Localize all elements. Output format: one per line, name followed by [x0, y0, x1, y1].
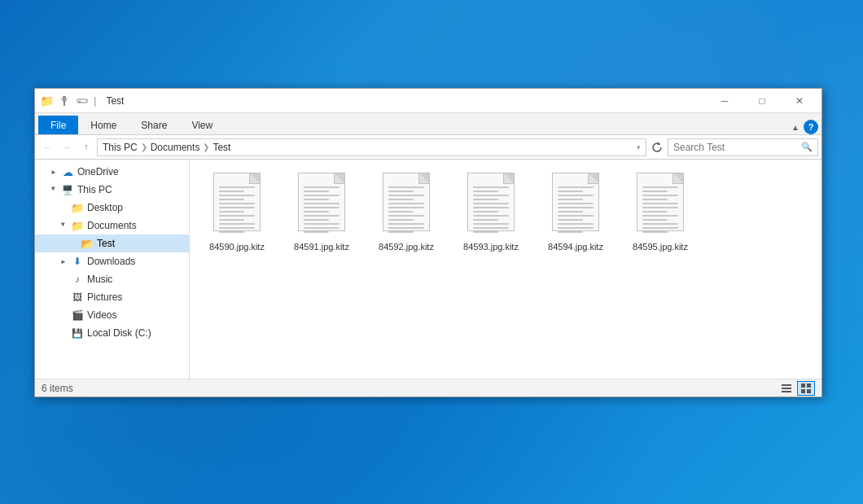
pc-icon: 🖥️	[61, 183, 74, 196]
sidebar-item-test[interactable]: 📂 Test	[35, 234, 189, 252]
file-name-84591: 84591.jpg.kitz	[294, 241, 349, 252]
file-icon-84591	[294, 173, 349, 238]
hdd-icon: 💾	[71, 327, 84, 340]
svg-rect-6	[782, 388, 791, 389]
svg-rect-7	[782, 391, 791, 392]
file-name-84592: 84592.jpg.kitz	[379, 241, 434, 252]
svg-rect-2	[61, 99, 68, 100]
pictures-icon: 🖼	[71, 291, 84, 304]
up-button[interactable]: ↑	[77, 138, 95, 156]
tab-home[interactable]: Home	[78, 116, 129, 134]
folder-icon-test: 📂	[81, 237, 94, 250]
video-icon: 🎬	[71, 309, 84, 322]
window-controls: ─ □ ✕	[706, 89, 818, 113]
path-this-pc[interactable]: This PC	[103, 142, 138, 153]
sidebar-label-desktop: Desktop	[87, 202, 123, 213]
music-icon: ♪	[71, 273, 84, 286]
ribbon-collapse-button[interactable]: ▲	[789, 121, 802, 134]
ribbon-tabs: File Home Share View ▲ ?	[35, 113, 821, 134]
file-name-84590: 84590.jpg.kitz	[209, 241, 265, 252]
help-button[interactable]: ?	[804, 120, 818, 134]
status-item-count: 6 items	[42, 383, 73, 394]
svg-rect-8	[801, 383, 805, 388]
expand-arrow-documents: ►	[59, 221, 68, 229]
window-title: Test	[106, 95, 706, 107]
address-bar: ← → ↑ This PC ❯ Documents ❯ Test ▾ 🔍	[35, 135, 821, 160]
file-item-84593[interactable]: 84593.jpg.kitz	[450, 166, 532, 256]
expand-arrow-this-pc: ►	[50, 185, 58, 193]
search-input[interactable]	[673, 142, 798, 153]
refresh-button[interactable]	[648, 138, 666, 156]
file-item-84590[interactable]: 84590.jpg.kitz	[196, 166, 278, 256]
file-icon-84594	[548, 173, 603, 238]
svg-rect-3	[77, 99, 87, 103]
path-documents[interactable]: Documents	[151, 142, 200, 153]
view-details-button[interactable]	[778, 381, 795, 396]
back-button[interactable]: ←	[38, 138, 56, 156]
sidebar-label-music: Music	[87, 274, 112, 285]
sidebar-item-downloads[interactable]: ► ⬇ Downloads	[35, 252, 189, 270]
view-tiles-button[interactable]	[797, 381, 815, 396]
title-bar-icons: 📁 |	[38, 93, 98, 109]
sidebar-item-videos[interactable]: 🎬 Videos	[35, 306, 189, 324]
toolbar-icon[interactable]	[74, 93, 90, 109]
file-name-84595: 84595.jpg.kitz	[633, 241, 688, 252]
svg-rect-9	[807, 383, 811, 388]
tab-share[interactable]: Share	[129, 116, 179, 134]
sidebar-item-music[interactable]: ♪ Music	[35, 270, 189, 288]
search-box[interactable]: 🔍	[668, 138, 818, 156]
file-item-84595[interactable]: 84595.jpg.kitz	[620, 166, 701, 256]
file-name-84594: 84594.jpg.kitz	[548, 241, 603, 252]
download-icon: ⬇	[71, 255, 84, 268]
file-item-84594[interactable]: 84594.jpg.kitz	[535, 166, 616, 256]
expand-arrow-downloads: ►	[59, 257, 68, 265]
sidebar-item-local-disk[interactable]: 💾 Local Disk (C:)	[35, 324, 189, 342]
folder-icon-documents: 📁	[71, 219, 84, 232]
main-area: ► ☁ OneDrive ► 🖥️ This PC 📁 Desktop ► 📁 …	[35, 160, 821, 379]
address-path[interactable]: This PC ❯ Documents ❯ Test ▾	[97, 138, 646, 156]
file-icon-84595	[633, 173, 688, 238]
file-icon-84592	[379, 173, 434, 238]
expand-arrow-onedrive: ►	[50, 168, 58, 176]
sidebar-item-documents[interactable]: ► 📁 Documents	[35, 217, 189, 234]
sidebar-label-this-pc: This PC	[77, 184, 112, 195]
sidebar-label-onedrive: OneDrive	[77, 166, 119, 177]
sidebar-item-desktop[interactable]: 📁 Desktop	[35, 199, 189, 217]
tab-view[interactable]: View	[179, 116, 225, 134]
svg-rect-5	[782, 384, 791, 386]
file-explorer-window: 📁 | Test ─ □ ✕	[34, 88, 822, 397]
status-bar: 6 items	[35, 379, 821, 397]
tab-file[interactable]: File	[38, 116, 78, 134]
sidebar-item-this-pc[interactable]: ► 🖥️ This PC	[35, 181, 189, 199]
sidebar-label-downloads: Downloads	[87, 256, 135, 267]
pin-icon[interactable]	[56, 93, 72, 109]
maximize-button[interactable]: □	[743, 89, 781, 113]
file-icon-84590	[209, 173, 265, 238]
file-area: 84590.jpg.kitz	[190, 160, 821, 379]
title-bar: 📁 | Test ─ □ ✕	[35, 89, 821, 113]
path-test[interactable]: Test	[212, 142, 230, 153]
file-icon-84593	[463, 173, 519, 238]
forward-button[interactable]: →	[58, 138, 76, 156]
path-sep-2: ❯	[203, 142, 209, 151]
cloud-icon: ☁	[61, 165, 74, 178]
minimize-button[interactable]: ─	[706, 89, 743, 113]
folder-icon-desktop: 📁	[71, 201, 84, 214]
path-dropdown-arrow[interactable]: ▾	[637, 143, 641, 151]
sidebar-label-pictures: Pictures	[87, 291, 122, 303]
close-button[interactable]: ✕	[781, 89, 818, 113]
file-item-84592[interactable]: 84592.jpg.kitz	[366, 166, 447, 256]
svg-rect-4	[79, 101, 81, 103]
sidebar: ► ☁ OneDrive ► 🖥️ This PC 📁 Desktop ► 📁 …	[35, 160, 190, 379]
svg-rect-10	[801, 389, 805, 393]
sidebar-item-onedrive[interactable]: ► ☁ OneDrive	[35, 163, 189, 181]
sidebar-label-test: Test	[97, 238, 115, 249]
svg-rect-11	[807, 389, 811, 393]
search-icon: 🔍	[801, 142, 813, 152]
sidebar-label-documents: Documents	[87, 220, 137, 231]
file-item-84591[interactable]: 84591.jpg.kitz	[281, 166, 362, 256]
ribbon: File Home Share View ▲ ?	[35, 113, 821, 135]
sidebar-label-local-disk: Local Disk (C:)	[87, 327, 151, 339]
sidebar-item-pictures[interactable]: 🖼 Pictures	[35, 288, 189, 306]
view-buttons	[778, 381, 815, 396]
